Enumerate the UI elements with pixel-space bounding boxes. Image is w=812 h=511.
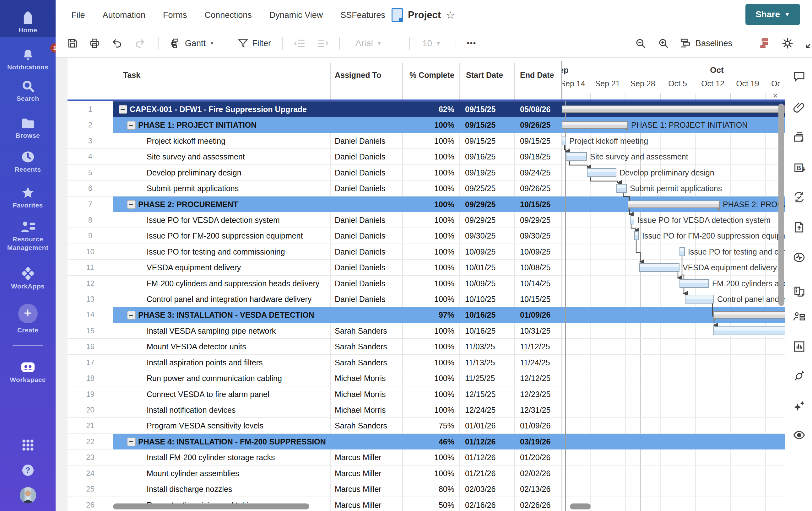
cell-task[interactable]: Connect VESDA to fire alarm panel [147, 386, 329, 402]
collapse-toggle-icon[interactable] [127, 438, 136, 446]
table-row[interactable]: Install aspiration points and filtersSar… [113, 355, 562, 370]
cell-pct[interactable]: 50% [330, 497, 454, 511]
gantt-bar-task[interactable] [616, 184, 627, 193]
cell-task[interactable]: Mount VESDA detector units [147, 339, 329, 354]
cell-task[interactable]: VESDA equipment delivery [147, 260, 329, 275]
row-number[interactable]: 12 [67, 276, 113, 291]
cell-end[interactable]: 10/08/25 [520, 260, 550, 275]
row-number[interactable]: 4 [67, 149, 113, 164]
row-number[interactable]: 24 [67, 465, 113, 481]
cell-end[interactable]: 09/30/25 [520, 228, 550, 244]
close-icon[interactable]: × [770, 90, 781, 101]
sidebar-item-create[interactable]: + Create [0, 304, 56, 334]
cell-start[interactable]: 10/09/25 [465, 276, 495, 291]
row-number[interactable]: 5 [67, 165, 113, 180]
column-header-assigned[interactable]: Assigned To [335, 58, 381, 99]
cell-task[interactable]: Run power and communication cabling [147, 370, 329, 386]
critical-path-button[interactable] [758, 30, 770, 57]
row-number[interactable]: 13 [67, 291, 113, 307]
gantt-bar-project[interactable] [562, 106, 785, 113]
cell-task[interactable]: Control panel and integration hardware d… [147, 291, 329, 307]
table-row[interactable]: Site survey and assessmentDaniel Daniels… [113, 149, 562, 164]
gantt-vertical-scrollbar[interactable] [778, 103, 784, 306]
baselines-button[interactable]: Baselines [680, 30, 732, 57]
table-row[interactable]: Install VESDA sampling pipe networkSarah… [113, 323, 562, 339]
cell-end[interactable]: 05/08/26 [520, 101, 550, 117]
gantt-bar-task[interactable] [630, 216, 634, 224]
zoom-in-button[interactable] [658, 30, 669, 57]
sidebar-item-browse[interactable]: Browse [0, 117, 56, 140]
cell-start[interactable]: 11/13/25 [465, 355, 495, 370]
cell-end[interactable]: 03/19/26 [520, 434, 550, 449]
cell-end[interactable]: 01/20/26 [520, 449, 550, 465]
eye-icon[interactable] [793, 429, 805, 441]
row-number[interactable]: 18 [67, 370, 113, 386]
table-row[interactable]: Develop preliminary designDaniel Daniels… [113, 165, 562, 180]
settings-button[interactable] [782, 30, 793, 57]
cell-pct[interactable]: 100% [330, 149, 454, 164]
cell-pct[interactable]: 100% [330, 386, 454, 402]
cell-end[interactable]: 09/15/25 [520, 133, 550, 149]
cell-task[interactable]: PHASE 2: PROCUREMENT [138, 197, 329, 212]
sidebar-item-notifications[interactable]: 1 Notifications [0, 48, 56, 71]
outdent-button[interactable] [294, 30, 306, 57]
menu-forms[interactable]: Forms [163, 10, 187, 20]
row-number[interactable]: 6 [67, 180, 113, 196]
summary-icon[interactable] [793, 285, 805, 298]
column-divider[interactable] [459, 63, 460, 99]
row-number[interactable]: 2 [67, 117, 113, 133]
collapse-toggle-icon[interactable] [127, 311, 136, 320]
cell-pct[interactable]: 100% [330, 180, 454, 196]
row-number[interactable]: 23 [67, 449, 113, 465]
row-number[interactable]: 16 [67, 339, 113, 354]
comments-icon[interactable] [793, 70, 805, 83]
sidebar-item-workspace[interactable]: Workspace [0, 360, 56, 384]
table-row[interactable]: Install notification devicesMichael Morr… [113, 402, 562, 418]
cell-start[interactable]: 09/16/25 [465, 149, 495, 164]
table-row[interactable]: Mount cylinder assembliesMarcus Miller10… [113, 465, 562, 481]
cell-start[interactable]: 09/19/25 [465, 165, 495, 180]
table-row[interactable]: Issue PO for FM-200 suppression equipmen… [113, 228, 562, 244]
row-number[interactable]: 14 [67, 307, 113, 323]
table-row[interactable]: Connect VESDA to fire alarm panelMichael… [113, 386, 562, 402]
cell-task[interactable]: Program VESDA sensitivity levels [147, 418, 329, 433]
row-number[interactable]: 11 [67, 260, 113, 275]
cell-pct[interactable]: 100% [330, 323, 454, 339]
cell-pct[interactable]: 62% [330, 101, 454, 117]
gantt-bar-summary[interactable] [628, 201, 720, 208]
font-size-select[interactable]: 10 ▼ [422, 30, 441, 57]
sidebar-item-home[interactable]: Home [0, 11, 56, 34]
cell-end[interactable]: 12/12/25 [520, 370, 550, 386]
cell-pct[interactable]: 100% [330, 133, 454, 149]
publish-icon[interactable] [793, 221, 805, 234]
cell-start[interactable]: 10/16/25 [465, 323, 495, 339]
indent-button[interactable] [317, 30, 329, 57]
cell-task[interactable]: Project kickoff meeting [147, 133, 329, 149]
table-row[interactable]: Program VESDA sensitivity levelsSarah Sa… [113, 418, 562, 433]
column-header-pct[interactable]: % Complete [407, 58, 454, 99]
cell-start[interactable]: 02/03/26 [465, 481, 495, 497]
table-row[interactable]: Run power and communication cablingMicha… [113, 370, 562, 386]
cell-end[interactable]: 09/26/25 [520, 117, 550, 133]
cell-end[interactable]: 02/13/26 [520, 481, 550, 497]
cell-end[interactable]: 09/24/25 [520, 165, 550, 180]
cell-start[interactable]: 10/09/25 [465, 244, 495, 260]
view-selector-gantt[interactable]: Gantt ▼ [170, 30, 214, 57]
cell-start[interactable]: 10/10/25 [465, 291, 495, 307]
redo-button[interactable] [134, 30, 145, 57]
row-number[interactable]: 17 [67, 355, 113, 370]
row-number[interactable]: 10 [67, 244, 113, 260]
collapse-toggle-icon[interactable] [127, 121, 136, 130]
cell-pct[interactable]: 100% [330, 355, 454, 370]
cell-start[interactable]: 01/01/26 [465, 418, 495, 433]
gantt-bar-task[interactable] [685, 295, 714, 303]
cell-task[interactable]: PHASE 3: INSTALLATION - VESDA DETECTION [138, 307, 329, 323]
print-button[interactable] [89, 30, 100, 57]
column-divider[interactable] [514, 63, 515, 99]
cell-end[interactable]: 10/14/25 [520, 276, 550, 291]
cell-pct[interactable]: 97% [330, 307, 454, 323]
menu-dynamic-view[interactable]: Dynamic View [269, 10, 323, 20]
cell-task[interactable]: CAPEX-001 - DFW1 - Fire Suppression Upgr… [130, 101, 329, 117]
sidebar-item-workapps[interactable]: WorkApps [0, 266, 56, 290]
cell-task[interactable]: FM-200 cylinders and suppression heads d… [147, 276, 329, 291]
